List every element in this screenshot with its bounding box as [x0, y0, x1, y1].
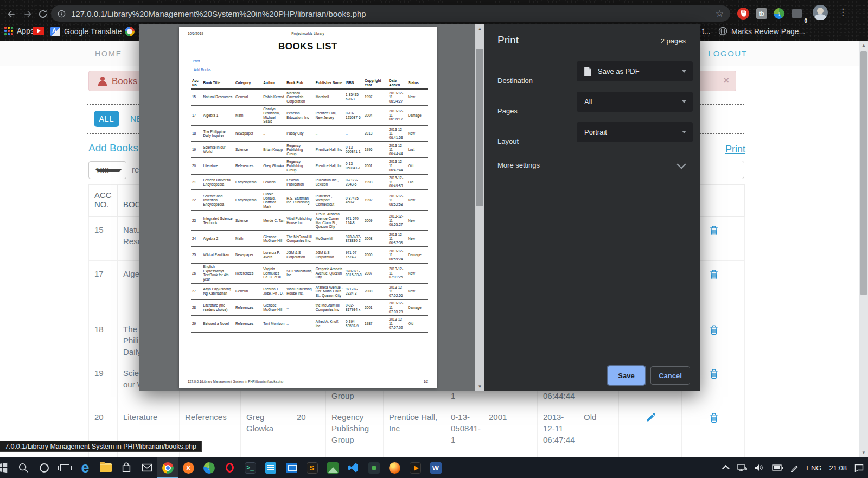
url-text[interactable]: 127.0.0.1/Library%20Management%20System%…	[71, 9, 366, 18]
photos-icon[interactable]	[322, 457, 343, 478]
adblock-icon[interactable]	[736, 7, 750, 21]
recorder-icon[interactable]	[363, 457, 384, 478]
idm-extension-icon[interactable]: ↓	[772, 7, 786, 21]
dialog-title: Print	[497, 34, 519, 46]
scroll-down-icon[interactable]: ▼	[475, 382, 484, 391]
forward-icon[interactable]	[21, 7, 35, 21]
store-icon[interactable]	[116, 457, 137, 478]
action-center-icon[interactable]	[854, 464, 864, 472]
layout-select[interactable]: Portrait	[577, 122, 693, 142]
table-cell: The McGrawHill Companies Inc.	[285, 231, 314, 247]
word-icon[interactable]: W	[425, 457, 446, 478]
volume-icon[interactable]	[755, 464, 764, 471]
tray-expand-icon[interactable]	[722, 465, 730, 473]
table-cell: Damage	[407, 299, 428, 316]
destination-value: Save as PDF	[598, 67, 640, 75]
remote-app-icon[interactable]	[281, 457, 302, 478]
scrollbar-thumb[interactable]	[860, 51, 867, 295]
tampermonkey-icon[interactable]: tb	[755, 7, 769, 21]
sublime-icon[interactable]: S	[302, 457, 322, 478]
media-player-icon[interactable]	[405, 457, 425, 478]
explorer-icon[interactable]	[95, 457, 116, 478]
table-cell: 1993	[483, 450, 538, 458]
cancel-button[interactable]: Cancel	[650, 366, 690, 385]
table-cell: Damage	[407, 247, 428, 263]
network-icon[interactable]	[737, 464, 747, 471]
preview-page-indicator: 1/2	[424, 380, 428, 383]
mail-icon[interactable]	[137, 457, 157, 478]
more-settings-button[interactable]: More settings	[497, 161, 540, 169]
reload-icon[interactable]	[36, 7, 50, 21]
search-icon[interactable]	[13, 457, 34, 478]
profile-avatar[interactable]	[813, 5, 828, 20]
table-cell: Literature (the readers choice)	[202, 299, 234, 316]
chevron-down-icon[interactable]	[677, 160, 686, 169]
chevron-down-icon	[682, 131, 686, 133]
edge-icon[interactable]: e	[75, 457, 95, 478]
destination-select[interactable]: Save as PDF	[577, 61, 693, 81]
table-cell: Prentice Hall, Inc	[315, 158, 344, 174]
xampp-icon[interactable]: X	[178, 457, 199, 478]
page-print-link[interactable]: Print	[725, 144, 745, 155]
language-indicator[interactable]: ENG	[806, 464, 821, 472]
extension-with-badge-icon[interactable]: 0	[790, 7, 804, 21]
table-cell: 28	[191, 299, 202, 316]
nav-logout[interactable]: LOGOUT	[708, 49, 747, 58]
delete-icon[interactable]	[682, 450, 745, 458]
bookmark-apps[interactable]: Apps	[4, 27, 34, 35]
bookmark-marks-review[interactable]: Marks Review Page...	[718, 27, 805, 36]
filter-all-button[interactable]: ALL	[94, 111, 119, 127]
bookmark-google-translate[interactable]: A Google Translate	[50, 27, 122, 36]
scroll-up-icon[interactable]: ▲	[475, 24, 484, 34]
url-bar[interactable]: 127.0.0.1/Library%20Management%20System%…	[51, 5, 730, 22]
chrome-menu-icon[interactable]: ⋮	[838, 7, 847, 18]
scrollbar-thumb[interactable]	[476, 49, 483, 206]
bookmark-truncated[interactable]: t...	[702, 27, 711, 35]
records-per-page-select[interactable]: 100	[88, 161, 126, 179]
edit-icon[interactable]	[619, 450, 682, 458]
divider	[484, 154, 700, 154]
page-scrollbar[interactable]: ▲ ▼	[859, 41, 868, 457]
page-info-icon[interactable]	[58, 10, 66, 18]
idm-icon[interactable]: ↓	[199, 457, 219, 478]
column-header: ISBN	[344, 77, 363, 90]
preview-footer-url: 127.0.0.1/Library Management System in P…	[188, 380, 283, 383]
edit-icon[interactable]	[619, 404, 682, 450]
back-icon[interactable]	[4, 7, 18, 21]
bookmark-google[interactable]	[125, 27, 135, 36]
bookmark-youtube[interactable]	[33, 27, 44, 35]
taskview-icon[interactable]	[54, 457, 75, 478]
save-button[interactable]: Save	[608, 366, 645, 385]
table-cell: 2013	[363, 125, 388, 142]
column-header: ACC NO.	[89, 185, 118, 217]
nav-home[interactable]: HOME	[95, 49, 122, 58]
chevron-down-icon	[682, 100, 686, 103]
pages-select[interactable]: All	[577, 92, 693, 112]
table-cell: 18	[89, 316, 118, 360]
battery-icon[interactable]	[772, 464, 783, 471]
cortana-icon[interactable]	[34, 457, 54, 478]
start-icon[interactable]	[0, 457, 13, 478]
alert-close-icon[interactable]: ×	[723, 75, 729, 86]
opera-icon[interactable]	[219, 457, 240, 478]
table-cell: References	[234, 316, 262, 332]
scroll-up-icon[interactable]: ▲	[859, 41, 868, 50]
table-cell: Glencoe McGraw Hill	[262, 299, 285, 316]
scroll-down-icon[interactable]: ▼	[859, 449, 868, 457]
clock[interactable]: 21:08	[829, 464, 847, 472]
table-cell: The Philippine Daily Inquirer	[202, 125, 234, 142]
chrome-icon[interactable]	[157, 457, 178, 478]
delete-icon[interactable]	[682, 404, 745, 450]
firefox-icon[interactable]	[384, 457, 405, 478]
vscode-icon[interactable]	[343, 457, 363, 478]
table-cell: 1996	[363, 142, 388, 158]
table-cell: SD Publications, Inc.	[285, 263, 314, 283]
document-app-icon[interactable]	[260, 457, 281, 478]
table-row: 21Lexicon Universal EncyclopediaEncyclop…	[191, 174, 428, 190]
preview-scrollbar[interactable]: ▲ ▼	[475, 24, 484, 391]
add-books-link[interactable]: Add Books	[88, 142, 138, 154]
pen-icon[interactable]	[790, 464, 799, 472]
terminal-icon[interactable]: >_	[240, 457, 260, 478]
bookmark-star-icon[interactable]: ☆	[716, 8, 724, 20]
table-cell: 2013-12-11 06:49:53	[388, 174, 407, 190]
